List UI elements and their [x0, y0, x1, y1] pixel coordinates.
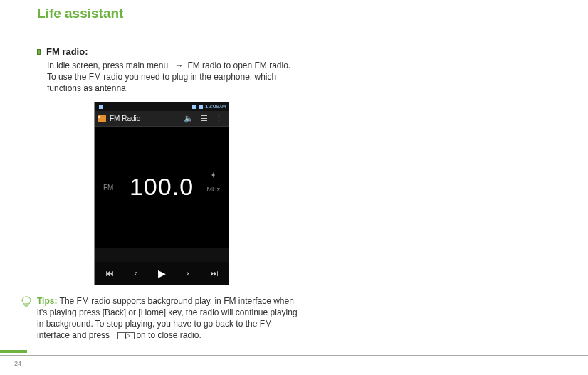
chapter-title: Life assistant — [0, 0, 588, 26]
play-icon-inline — [117, 332, 135, 339]
fm-label: FM — [103, 183, 113, 191]
app-title: FM Radio — [110, 115, 180, 122]
page-number: 24 — [0, 360, 21, 367]
phone-screenshot: 12:09AM FM Radio 🔈 ☰ ⋮ FM 100.0 ✶ MHz ⏮ … — [94, 102, 229, 285]
next-track-button[interactable]: ⏭ — [210, 268, 219, 278]
prev-track-button[interactable]: ⏮ — [105, 268, 114, 278]
frequency-value: 100.0 — [130, 173, 194, 201]
list-button[interactable]: ☰ — [197, 114, 211, 123]
battery-icon — [199, 105, 203, 109]
status-icon — [99, 105, 103, 109]
play-button[interactable]: ▶ — [158, 268, 166, 279]
tips-body-2: on to close radio. — [136, 330, 201, 340]
menu-button[interactable]: ⋮ — [211, 114, 226, 123]
prev-button[interactable]: ‹ — [135, 268, 137, 278]
section-title: FM radio: — [46, 46, 88, 57]
playback-controls: ⏮ ‹ ▶ › ⏭ — [95, 262, 229, 285]
status-left — [98, 105, 190, 109]
signal-icon — [192, 105, 196, 109]
bullet-icon — [37, 49, 41, 55]
bulb-icon — [21, 296, 33, 342]
section-body: In idle screen, press main menu →FM radi… — [47, 60, 292, 95]
body-text-1: In idle screen, press main menu — [47, 60, 168, 70]
tuning-dial[interactable] — [95, 248, 229, 262]
tips-label: Tips: — [37, 296, 57, 306]
footer-accent-bar — [0, 350, 27, 353]
radio-icon — [98, 115, 106, 122]
page-footer: 24 — [0, 350, 588, 368]
section-heading: FM radio: — [37, 46, 292, 57]
speaker-button[interactable]: 🔈 — [180, 114, 197, 123]
star-icon: ✶ — [210, 170, 216, 179]
content-column: FM radio: In idle screen, press main men… — [0, 26, 292, 341]
footer-rule: 24 — [0, 355, 588, 368]
tips-text: Tips: The FM radio supports background p… — [37, 295, 303, 342]
clock-time: 12:09AM — [205, 103, 226, 110]
time-suffix: AM — [219, 105, 226, 109]
app-header: FM Radio 🔈 ☰ ⋮ — [95, 111, 229, 127]
status-bar: 12:09AM — [95, 102, 229, 111]
next-button[interactable]: › — [187, 268, 189, 278]
arrow-icon: → — [174, 60, 183, 71]
frequency-display: FM 100.0 ✶ MHz — [95, 127, 229, 248]
mhz-label: MHz — [207, 186, 221, 193]
tips-block: Tips: The FM radio supports background p… — [21, 295, 303, 342]
time-value: 12:09 — [205, 103, 219, 110]
